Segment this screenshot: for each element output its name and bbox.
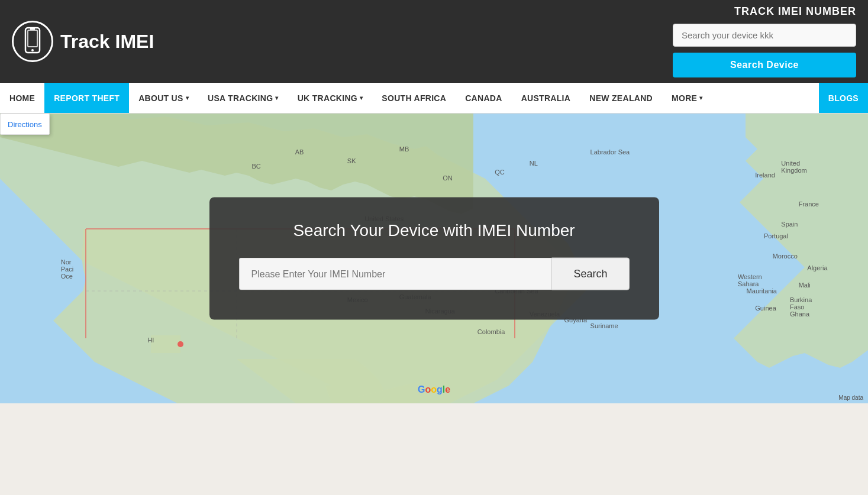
navbar: HOME REPORT THEFT ABOUT US ▾ USA TRACKIN…	[0, 83, 868, 114]
uk-tracking-arrow: ▾	[360, 95, 363, 101]
svg-rect-7	[151, 335, 180, 353]
google-logo: Google	[418, 384, 450, 395]
search-button[interactable]: Search	[551, 258, 629, 290]
footer-area	[0, 403, 868, 451]
header: Track IMEI TRACK IMEI NUMBER Search Devi…	[0, 0, 868, 83]
nav-item-home[interactable]: HOME	[0, 83, 44, 113]
about-us-arrow: ▾	[186, 95, 189, 101]
svg-point-2	[31, 49, 34, 51]
search-device-input[interactable]	[673, 24, 856, 47]
directions-link[interactable]: Directions	[8, 120, 42, 129]
search-device-button[interactable]: Search Device	[673, 53, 856, 77]
nav-item-about-us[interactable]: ABOUT US ▾	[129, 83, 198, 113]
nav-item-uk-tracking[interactable]: UK TRACKING ▾	[288, 83, 373, 113]
search-form: Search	[239, 258, 630, 290]
map-data-text: Map data	[838, 394, 863, 401]
header-right: TRACK IMEI NUMBER Search Device	[673, 5, 856, 77]
usa-tracking-arrow: ▾	[275, 95, 278, 101]
nav-item-australia[interactable]: AUSTRALIA	[512, 83, 580, 113]
nav-item-new-zealand[interactable]: NEW ZEALAND	[580, 83, 662, 113]
nav-item-more[interactable]: MORE ▾	[662, 83, 712, 113]
nav-item-blogs[interactable]: BLOGS	[819, 83, 868, 113]
svg-rect-1	[28, 30, 37, 47]
map-container: Directions	[0, 114, 868, 403]
nav-item-south-africa[interactable]: SOUTH AFRICA	[372, 83, 456, 113]
search-overlay: Search Your Device with IMEI Number Sear…	[209, 198, 659, 320]
logo-area: Track IMEI	[12, 21, 154, 62]
logo-icon	[12, 21, 53, 62]
directions-popup: Directions	[0, 114, 50, 135]
search-overlay-title: Search Your Device with IMEI Number	[239, 221, 630, 240]
nav-item-usa-tracking[interactable]: USA TRACKING ▾	[198, 83, 288, 113]
nav-item-report-theft[interactable]: REPORT THEFT	[44, 83, 129, 113]
logo-text: Track IMEI	[60, 31, 154, 53]
more-arrow: ▾	[699, 95, 702, 101]
nav-item-canada[interactable]: CANADA	[456, 83, 511, 113]
track-imei-title: TRACK IMEI NUMBER	[734, 5, 856, 18]
svg-point-8	[178, 341, 183, 347]
imei-input[interactable]	[239, 258, 552, 290]
